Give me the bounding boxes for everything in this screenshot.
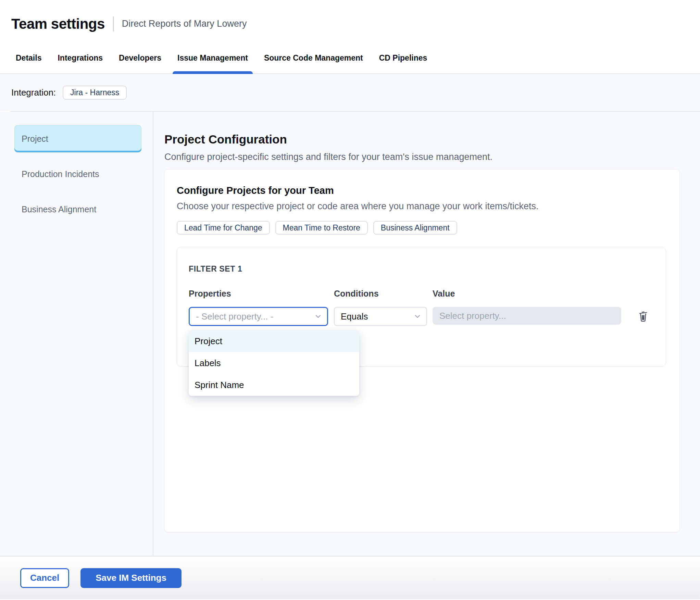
sidebar-item-business-alignment[interactable]: Business Alignment: [14, 196, 141, 223]
tab-integrations[interactable]: Integrations: [58, 43, 103, 73]
condition-select-value: Equals: [341, 311, 368, 322]
chevron-down-icon: [314, 312, 322, 321]
sidebar: Project Production Incidents Business Al…: [0, 112, 153, 556]
sidebar-item-label: Production Incidents: [22, 169, 99, 179]
property-select-value: - Select property... -: [196, 311, 273, 322]
value-column-label: Value: [433, 289, 621, 299]
title-separator: [113, 16, 114, 32]
tab-label: Details: [16, 53, 41, 63]
sidebar-item-label: Project: [22, 134, 48, 144]
tab-developers[interactable]: Developers: [119, 43, 161, 73]
card-title: Configure Projects for your Team: [177, 185, 667, 196]
sidebar-item-project[interactable]: Project: [14, 125, 141, 152]
filter-set-card: FILTER SET 1 Properties - Select propert…: [177, 247, 666, 367]
tab-label: CD Pipelines: [379, 53, 427, 63]
main-panel: Project Configuration Configure project-…: [153, 112, 700, 556]
page-header: Team settings Direct Reports of Mary Low…: [0, 0, 700, 43]
conditions-column: Conditions Equals: [334, 289, 427, 326]
filter-set-title: FILTER SET 1: [189, 264, 654, 274]
dropdown-option-labels[interactable]: Labels: [189, 352, 359, 374]
properties-column-label: Properties: [189, 289, 328, 299]
save-im-settings-button[interactable]: Save IM Settings: [80, 568, 182, 588]
tab-label: Issue Management: [177, 53, 248, 63]
integration-row: Integration: Jira - Harness: [0, 74, 700, 111]
active-tab-indicator: [173, 71, 253, 74]
tab-label: Source Code Management: [264, 53, 363, 63]
cancel-button[interactable]: Cancel: [20, 568, 69, 588]
dropdown-option-project[interactable]: Project: [189, 330, 359, 352]
tab-label: Developers: [119, 53, 161, 63]
condition-select[interactable]: Equals: [334, 307, 427, 326]
properties-column: Properties - Select property... -: [189, 289, 328, 326]
filter-row: Properties - Select property... - Condit…: [189, 289, 654, 326]
tab-bar: Details Integrations Developers Issue Ma…: [0, 43, 700, 74]
page-title: Team settings: [11, 16, 105, 32]
metric-tab-mean-time-to-restore[interactable]: Mean Time to Restore: [275, 221, 368, 235]
tab-issue-management[interactable]: Issue Management: [177, 43, 248, 73]
metric-tab-business-alignment[interactable]: Business Alignment: [373, 221, 457, 235]
tab-details[interactable]: Details: [16, 43, 41, 73]
page-subtitle: Direct Reports of Mary Lowery: [122, 18, 247, 29]
team-settings-page: Team settings Direct Reports of Mary Low…: [0, 0, 700, 600]
trash-icon: [638, 310, 648, 322]
value-column: Value: [433, 289, 621, 325]
tab-source-code-management[interactable]: Source Code Management: [264, 43, 363, 73]
dropdown-option-sprint-name[interactable]: Sprint Name: [189, 374, 359, 396]
property-select[interactable]: - Select property... -: [189, 307, 328, 326]
tab-label: Integrations: [58, 53, 103, 63]
integration-label: Integration:: [11, 87, 56, 98]
integration-chip[interactable]: Jira - Harness: [63, 86, 127, 100]
card-subtitle: Choose your respective project or code a…: [177, 201, 667, 212]
configure-projects-card: Configure Projects for your Team Choose …: [164, 169, 680, 532]
section-description: Configure project-specific settings and …: [164, 152, 700, 162]
delete-filter-button[interactable]: [638, 310, 648, 322]
property-dropdown: Project Labels Sprint Name: [189, 330, 359, 396]
tab-cd-pipelines[interactable]: CD Pipelines: [379, 43, 427, 73]
content-area: Project Production Incidents Business Al…: [0, 112, 700, 556]
chevron-down-icon: [413, 312, 422, 321]
value-input[interactable]: [433, 307, 621, 325]
conditions-column-label: Conditions: [334, 289, 427, 299]
footer-actions: Cancel Save IM Settings: [0, 556, 700, 599]
sidebar-item-label: Business Alignment: [22, 204, 96, 214]
metric-tab-lead-time-for-change[interactable]: Lead Time for Change: [177, 221, 270, 235]
sidebar-item-production-incidents[interactable]: Production Incidents: [14, 160, 141, 188]
metric-tabs: Lead Time for Change Mean Time to Restor…: [177, 221, 667, 235]
section-heading: Project Configuration: [164, 133, 700, 146]
